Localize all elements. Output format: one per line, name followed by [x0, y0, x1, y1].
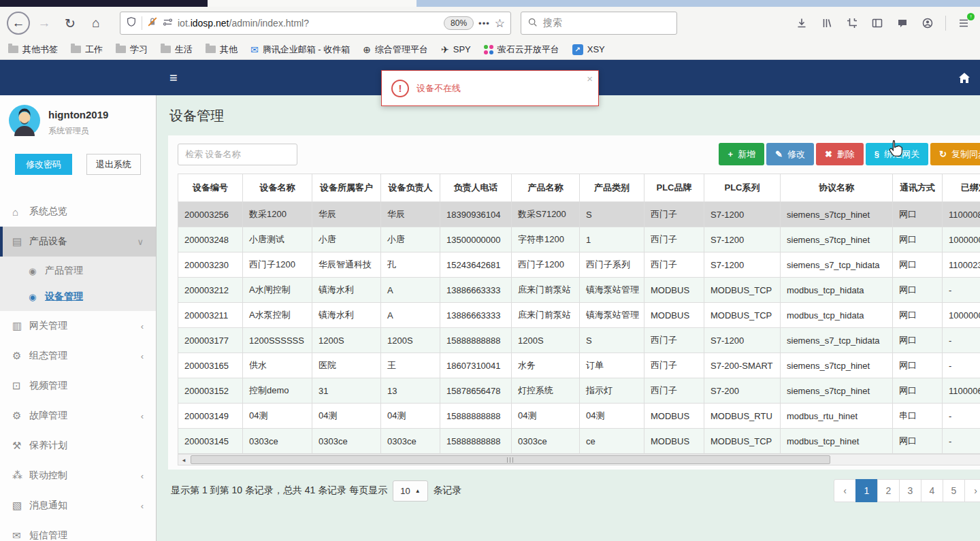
download-icon[interactable] — [792, 14, 811, 33]
account-icon[interactable] — [918, 14, 937, 33]
sidebar-view-icon[interactable] — [868, 14, 887, 33]
sidebar-subitem[interactable]: ◉设备管理 — [0, 284, 156, 310]
page-button[interactable]: 1 — [855, 479, 878, 502]
add-button[interactable]: +新增 — [719, 143, 764, 165]
table-row[interactable]: 200003230西门子1200华辰智通科技孔15243642681西门子120… — [178, 252, 980, 278]
column-header[interactable]: 通讯方式 — [893, 174, 943, 202]
sidebar-item[interactable]: ▥网关管理‹ — [0, 311, 156, 341]
prev-page-button[interactable]: ‹ — [834, 479, 856, 502]
sidebar-subitem-label: 设备管理 — [45, 291, 83, 303]
column-header[interactable]: 协议名称 — [781, 174, 893, 202]
permissions-icon[interactable] — [163, 17, 173, 30]
table-cell: 1000000 — [943, 303, 980, 328]
table-row[interactable]: 20000314904测04测04测1588888888804测04测MODBU… — [178, 404, 980, 429]
sidebar-subitem[interactable]: ◉产品管理 — [0, 258, 156, 284]
table-cell: 13886663333 — [440, 303, 512, 328]
username: hignton2019 — [48, 109, 108, 120]
column-header[interactable]: 设备编号 — [178, 174, 243, 202]
screenshot-icon[interactable] — [843, 14, 862, 33]
table-row[interactable]: 200003256数采1200华辰华辰18390936104数采S71200S西… — [178, 202, 980, 227]
bookmark-item[interactable]: ⊕综合管理平台 — [363, 44, 428, 56]
home-button[interactable]: ⌂ — [84, 12, 108, 35]
insecure-lock-icon[interactable] — [147, 16, 158, 30]
column-header[interactable]: 负责人电话 — [440, 174, 512, 202]
chevron-left-icon: ‹ — [141, 471, 144, 481]
table-cell: 18390936104 — [440, 202, 512, 227]
device-search-input[interactable] — [178, 144, 297, 165]
table-row[interactable]: 200003152控制demo311315878656478灯控系统指示灯西门子… — [178, 378, 980, 404]
next-page-button[interactable]: › — [964, 479, 980, 502]
zoom-level-badge[interactable]: 80% — [444, 16, 474, 30]
app-home-icon[interactable] — [958, 72, 970, 84]
sidebar-item[interactable]: ✉短信管理 — [0, 521, 156, 541]
bookmark-star-icon[interactable]: ☆ — [495, 16, 505, 31]
copy-sync-table-button[interactable]: ↻复制同步点表 — [930, 143, 980, 165]
column-header[interactable]: 已绑定网关 — [943, 174, 980, 202]
delete-button[interactable]: ✖删除 — [816, 143, 864, 165]
forward-button[interactable]: → — [33, 12, 56, 35]
bookmark-item[interactable]: 萤石云开放平台 — [484, 44, 559, 56]
column-header[interactable]: 设备所属客户 — [312, 174, 381, 202]
library-icon[interactable] — [817, 14, 836, 33]
bookmark-item[interactable]: ↗XSY — [572, 44, 605, 55]
sidebar-item[interactable]: ⚙组态管理‹ — [0, 341, 156, 371]
page-button[interactable]: 4 — [921, 479, 943, 502]
column-header[interactable]: 产品名称 — [512, 174, 580, 202]
page-size-select[interactable]: 10▲ — [393, 480, 427, 502]
browser-tab-active[interactable] — [0, 0, 208, 7]
page-button[interactable]: 2 — [877, 479, 900, 502]
bookmark-item[interactable]: 其他 — [206, 44, 238, 56]
column-header[interactable]: 设备名称 — [243, 174, 312, 202]
logout-button[interactable]: 退出系统 — [86, 154, 141, 175]
bookmark-item[interactable]: 其他书签 — [8, 44, 58, 56]
page-button[interactable]: 3 — [899, 479, 921, 502]
table-row[interactable]: 200003165供水医院王18607310041水务订单西门子S7-200-S… — [178, 353, 980, 378]
url-bar[interactable]: iot.idosp.net/admin/index.html? 80% ••• … — [120, 12, 511, 35]
sidebar-item[interactable]: ▤产品设备∨ — [0, 227, 156, 257]
bookmark-item[interactable]: ✉腾讯企业邮箱 - 收件箱 — [250, 44, 350, 56]
table-row[interactable]: 2000031771200SSSSSS1200S1200S15888888888… — [178, 328, 980, 353]
bookmark-item[interactable]: 工作 — [71, 44, 103, 56]
horizontal-scrollbar[interactable]: ◂ ▸ — [178, 454, 980, 465]
pocket-icon[interactable] — [893, 14, 912, 33]
table-cell: 200003145 — [178, 429, 243, 454]
column-header[interactable]: 设备负责人 — [381, 174, 440, 202]
back-button[interactable]: ← — [7, 12, 30, 35]
sidebar-toggle-icon[interactable]: ≡ — [169, 70, 178, 86]
sidebar-item[interactable]: ⁂联动控制‹ — [0, 461, 156, 491]
sidebar-item[interactable]: ⊡视频管理 — [0, 371, 156, 401]
browser-tab-inactive[interactable] — [208, 0, 416, 7]
column-header[interactable]: 产品类别 — [580, 174, 644, 202]
shield-icon[interactable] — [126, 16, 137, 30]
browser-search-input[interactable]: 搜索 — [521, 12, 677, 35]
sidebar-item[interactable]: ⚙故障管理‹ — [0, 401, 156, 431]
table-row[interactable]: 200003211A水泵控制镇海水利A13886663333庶来门前泵站镇海泵站… — [178, 303, 980, 328]
button-label: 修改 — [787, 148, 805, 161]
bookmark-label: 其他书签 — [22, 44, 58, 56]
app-menu-icon[interactable]: ↑ — [954, 14, 973, 33]
column-header[interactable]: PLC品牌 — [644, 174, 704, 202]
alert-close-icon[interactable]: × — [587, 73, 593, 84]
sidebar-item-label: 产品设备 — [29, 235, 67, 248]
bookmark-item[interactable]: ✈SPY — [441, 44, 471, 55]
sidebar-item[interactable]: ⌂系统总览 — [0, 197, 156, 227]
column-header[interactable]: PLC系列 — [704, 174, 781, 202]
bookmark-item[interactable]: 学习 — [116, 44, 148, 56]
scrollbar-track[interactable] — [189, 455, 980, 465]
page-button[interactable]: 5 — [943, 479, 965, 502]
sidebar-item[interactable]: ⚒保养计划 — [0, 431, 156, 461]
table-cell: MODBUS_RTU — [704, 404, 781, 429]
change-password-button[interactable]: 修改密码 — [15, 154, 72, 175]
table-row[interactable]: 2000031450303ce0303ce0303ce1588888888803… — [178, 429, 980, 454]
bookmark-item[interactable]: 生活 — [161, 44, 193, 56]
reload-button[interactable]: ↻ — [59, 12, 82, 35]
table-row[interactable]: 200003212A水闸控制镇海水利A13886663333庶来门前泵站镇海泵站… — [178, 278, 980, 303]
edit-button[interactable]: ✎修改 — [766, 143, 814, 165]
table-cell: 小唐测试 — [243, 227, 312, 252]
page-actions-icon[interactable]: ••• — [478, 18, 490, 29]
table-row[interactable]: 200003248小唐测试小唐小唐13500000000字符串12001西门子S… — [178, 227, 980, 252]
scrollbar-thumb[interactable] — [191, 455, 830, 464]
table-cell: A — [381, 278, 440, 303]
sidebar-item[interactable]: ▧消息通知‹ — [0, 491, 156, 521]
scroll-left-arrow[interactable]: ◂ — [178, 457, 189, 463]
